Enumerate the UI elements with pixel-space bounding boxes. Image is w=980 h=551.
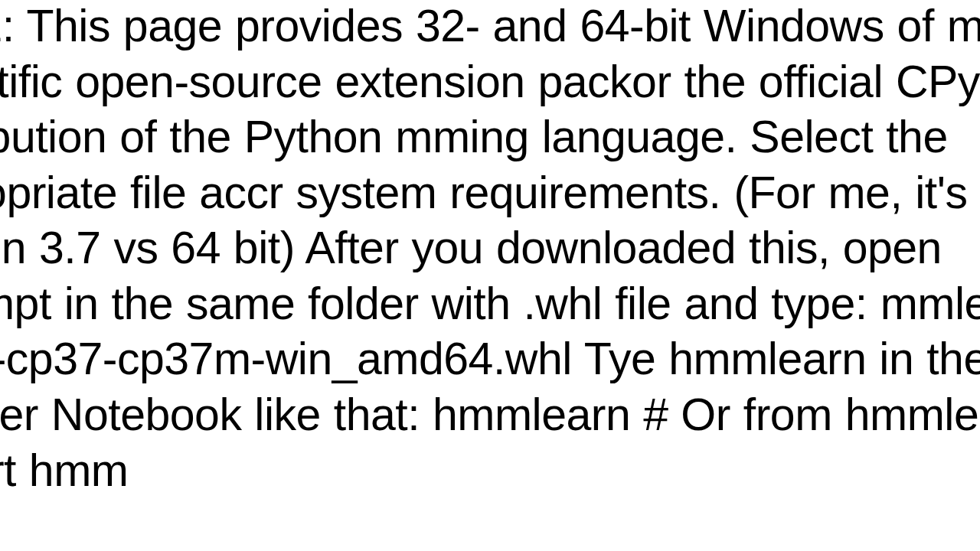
document-body-text: wer 1: This page provides 32- and 64-bit… — [0, 0, 980, 498]
